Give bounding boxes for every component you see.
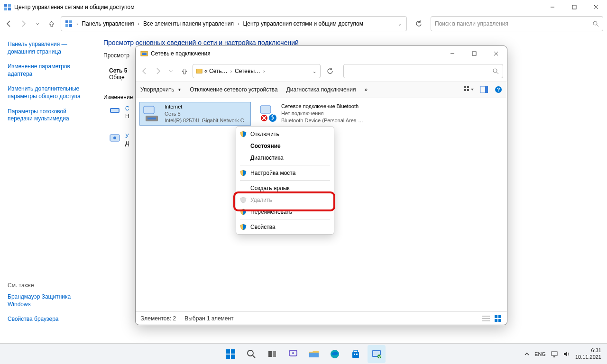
- minimize-button[interactable]: [542, 0, 563, 14]
- inner-maximize-button[interactable]: [463, 46, 485, 61]
- taskbar-taskview[interactable]: [263, 345, 281, 363]
- taskbar-edge[interactable]: [326, 345, 344, 363]
- chevron-right-icon: ›: [138, 21, 139, 27]
- connection-item-bluetooth[interactable]: Сетевое подключение Bluetooth Нет подклю…: [257, 102, 368, 126]
- main-titlebar: Центр управления сетями и общим доступом: [0, 0, 607, 14]
- refresh-button[interactable]: [411, 16, 427, 31]
- taskbar-explorer[interactable]: [305, 345, 323, 363]
- ctx-bridge[interactable]: Настройка моста: [236, 167, 334, 179]
- ctx-status[interactable]: Состояние: [236, 140, 334, 152]
- ctx-delete: Удалить: [236, 194, 334, 206]
- taskbar: ENG 6:31 10.11.2021: [0, 343, 607, 364]
- inner-back-button[interactable]: [139, 66, 150, 76]
- forward-button[interactable]: [18, 18, 28, 29]
- breadcrumb-level2[interactable]: Все элементы панели управления: [143, 20, 234, 27]
- svg-rect-21: [472, 52, 476, 55]
- svg-rect-53: [231, 355, 235, 359]
- tray-language[interactable]: ENG: [534, 351, 546, 357]
- svg-line-13: [597, 25, 598, 27]
- toolbar-more[interactable]: »: [364, 86, 368, 93]
- ctx-rename[interactable]: Переименовать: [236, 206, 334, 218]
- tray-network-icon[interactable]: [551, 351, 558, 357]
- back-button[interactable]: [4, 18, 14, 29]
- svg-rect-15: [111, 109, 119, 112]
- preview-pane-icon[interactable]: [480, 86, 488, 93]
- ctx-disable[interactable]: Отключить: [236, 128, 334, 140]
- breadcrumb[interactable]: › Панель управления › Все элементы панел…: [61, 16, 407, 31]
- conn-name: Internet: [165, 103, 244, 110]
- inner-refresh-button[interactable]: [323, 64, 337, 79]
- network-folder-icon: [196, 68, 202, 74]
- inner-search-input[interactable]: [343, 64, 503, 78]
- search-icon: [592, 20, 599, 27]
- taskbar-chat[interactable]: [284, 345, 302, 363]
- svg-rect-65: [356, 354, 358, 355]
- tray-clock[interactable]: 6:31 10.11.2021: [575, 347, 601, 360]
- inner-breadcrumb[interactable]: « Сеть… › Сетевы… › ⌄: [193, 64, 321, 78]
- breadcrumb-level1[interactable]: Панель управления: [82, 20, 134, 27]
- breadcrumb-level3[interactable]: Центр управления сетями и общим доступом: [243, 20, 363, 27]
- details-view-icon[interactable]: [482, 315, 490, 322]
- chevron-down-icon[interactable]: ⌄: [398, 21, 402, 27]
- view-options-icon[interactable]: [464, 86, 474, 93]
- svg-rect-3: [8, 8, 11, 10]
- taskbar-store[interactable]: [347, 345, 365, 363]
- connection-item-internet[interactable]: Internet Сеть 5 Intel(R) 82574L Gigabit …: [139, 102, 251, 126]
- sidebar-link-firewall[interactable]: Брандмауэр Защитника Windows: [8, 293, 93, 308]
- maximize-button[interactable]: [563, 0, 585, 14]
- taskbar-control-panel[interactable]: [368, 345, 386, 363]
- tray-volume-icon[interactable]: [563, 351, 570, 357]
- up-button[interactable]: [46, 18, 57, 29]
- start-button[interactable]: [221, 345, 239, 363]
- inner-minimize-button[interactable]: [441, 46, 463, 61]
- sidebar-link-adapter[interactable]: Изменение параметров адаптера: [8, 63, 92, 78]
- chevron-right-icon: ›: [238, 21, 239, 27]
- large-icons-view-icon[interactable]: [495, 315, 502, 322]
- search-placeholder: Поиск в панели управления: [435, 20, 508, 27]
- svg-rect-0: [4, 4, 7, 7]
- inner-up-button[interactable]: [179, 66, 190, 76]
- svg-point-59: [292, 352, 294, 354]
- see-also-title: См. также: [8, 282, 93, 289]
- chevron-right-icon: ›: [263, 69, 265, 74]
- ctx-shortcut[interactable]: Создать ярлык: [236, 182, 334, 194]
- context-menu: Отключить Состояние Диагностика Настройк…: [236, 126, 334, 235]
- ctx-diagnose[interactable]: Диагностика: [236, 152, 334, 164]
- help-icon[interactable]: ?: [495, 86, 502, 93]
- svg-rect-50: [226, 349, 230, 354]
- inner-crumb-2[interactable]: Сетевы…: [235, 68, 260, 74]
- fragment-text[interactable]: С: [125, 105, 129, 113]
- chevron-down-icon[interactable]: ⌄: [313, 69, 316, 74]
- svg-rect-63: [354, 350, 358, 353]
- recent-dropdown[interactable]: [32, 18, 43, 29]
- sidebar-link-streaming[interactable]: Параметры потоковой передачи мультимедиа: [8, 108, 92, 123]
- sidebar-link-browser-props[interactable]: Свойства браузера: [8, 316, 93, 323]
- toolbar-organize[interactable]: Упорядочить▼: [140, 86, 181, 93]
- svg-rect-30: [467, 89, 469, 91]
- shield-icon: [240, 209, 247, 215]
- ctx-properties[interactable]: Свойства: [236, 221, 334, 233]
- tray-overflow-icon[interactable]: [524, 351, 530, 357]
- sidebar-link-home[interactable]: Панель управления — домашняя страница: [8, 41, 92, 55]
- inner-close-button[interactable]: [485, 46, 507, 61]
- inner-recent-dropdown[interactable]: [166, 66, 176, 76]
- toolbar-disable-device[interactable]: Отключение сетевого устройства: [190, 86, 277, 93]
- chevron-right-icon: ›: [76, 21, 78, 27]
- status-selected-count: Выбран 1 элемент: [184, 315, 233, 322]
- shield-icon: [240, 224, 247, 230]
- toolbar-diagnose[interactable]: Диагностика подключения: [286, 86, 356, 93]
- separator: [240, 219, 330, 219]
- inner-forward-button[interactable]: [153, 66, 163, 76]
- fragment-text[interactable]: У: [125, 133, 129, 140]
- search-input[interactable]: Поиск в панели управления: [431, 16, 603, 31]
- svg-rect-19: [142, 53, 147, 55]
- close-button[interactable]: [585, 0, 607, 14]
- inner-crumb-1[interactable]: « Сеть…: [204, 68, 228, 74]
- svg-point-12: [593, 21, 597, 25]
- svg-rect-38: [260, 106, 271, 113]
- svg-rect-27: [464, 86, 466, 88]
- sidebar-link-advanced-sharing[interactable]: Изменить дополнительные параметры общего…: [8, 85, 92, 100]
- adapter-icon: [109, 105, 120, 117]
- taskbar-search[interactable]: [242, 345, 260, 363]
- search-icon: [492, 68, 499, 74]
